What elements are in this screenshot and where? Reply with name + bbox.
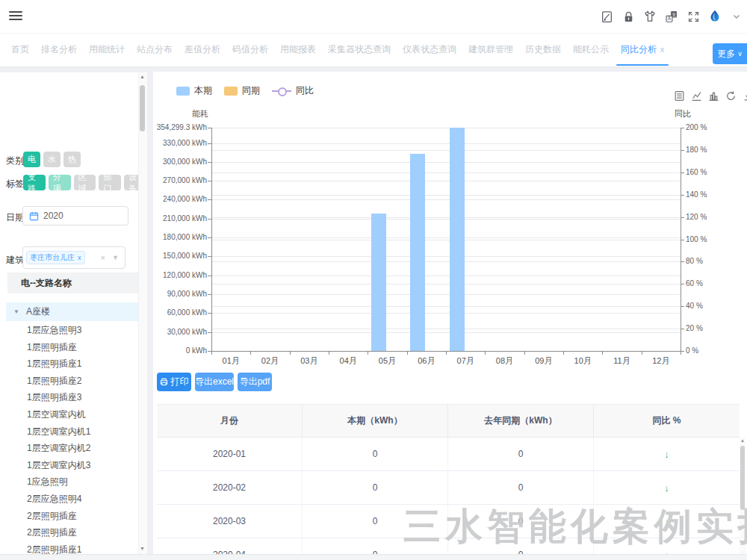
refresh-icon[interactable]	[725, 90, 737, 102]
table-scrollbar-thumb[interactable]	[740, 446, 745, 510]
tag-option-部门[interactable]: 部门	[99, 175, 121, 190]
y-axis-tick-label: 150,000 kWh	[152, 252, 207, 260]
tab-2[interactable]: 排名分析	[35, 34, 83, 66]
scroll-down-icon[interactable]: ▼	[139, 546, 146, 551]
tree-item[interactable]: 1层照明插座1	[6, 355, 139, 373]
tree-item[interactable]: 2层照明插座	[6, 508, 139, 525]
cell-month: 2020-02	[157, 471, 303, 504]
fullscreen-icon[interactable]	[686, 9, 701, 24]
sidebar-scrollbar-thumb[interactable]	[140, 85, 145, 131]
right-axis-tick-label: 0 %	[686, 346, 698, 355]
chevron-down-icon[interactable]	[729, 9, 744, 24]
tab-3[interactable]: 用能统计	[83, 34, 131, 66]
tree-item[interactable]: 1层空调室内机1	[6, 423, 139, 441]
legend-item-yoy[interactable]: 同比	[272, 84, 314, 97]
tab-12[interactable]: 能耗公示	[567, 34, 615, 66]
select-caret-icon[interactable]: ▼	[112, 254, 119, 261]
tab-bar: 首页排名分析用能统计站点分布差值分析码值分析用能报表采集器状态查询仪表状态查询建…	[0, 33, 747, 67]
legend-item-current[interactable]: 本期	[176, 84, 212, 97]
tickmark	[208, 199, 211, 200]
x-axis-tick-label: 12月	[642, 355, 681, 367]
tag-options: 支路分项区域部门设备	[23, 175, 146, 190]
legend-swatch-yoy-line	[272, 87, 291, 96]
tag-option-分项[interactable]: 分项	[49, 175, 71, 190]
tab-10[interactable]: 建筑群管理	[462, 34, 519, 66]
date-input[interactable]: 2020	[22, 206, 128, 225]
tree-item[interactable]: 2层照明插座	[6, 524, 139, 541]
tickmark	[681, 284, 684, 284]
bottom-scroll-strip[interactable]	[0, 554, 747, 560]
tab-8[interactable]: 采集器状态查询	[322, 34, 397, 66]
category-option-水[interactable]: 水	[43, 152, 61, 167]
tab-13[interactable]: 同比分析x	[615, 34, 670, 66]
tickmark	[602, 351, 603, 355]
tickmark	[681, 240, 684, 240]
y-axis-tick-label: 210,000 kWh	[152, 214, 207, 223]
tab-label: 仪表状态查询	[403, 43, 456, 56]
select-clear-icon[interactable]: ×	[101, 253, 105, 262]
tab-1[interactable]: 首页	[5, 34, 35, 66]
tree-item[interactable]: 1应急照明	[6, 473, 139, 491]
grid-line	[211, 181, 681, 181]
tab-label: 用能统计	[89, 43, 125, 56]
building-select[interactable]: 枣庄市台儿庄 x × ▼	[22, 246, 125, 269]
tree-node-building[interactable]: ▼ A座楼	[6, 302, 139, 321]
tree-item[interactable]: 1层照明插座2	[6, 373, 139, 390]
tag-option-支路[interactable]: 支路	[23, 175, 46, 190]
tree-item[interactable]: 1层照明插座3	[6, 389, 139, 406]
tickmark	[208, 237, 211, 238]
left-axis-title: 能耗	[185, 108, 215, 119]
cell-month: 2020-01	[157, 438, 303, 470]
data-view-icon[interactable]	[674, 90, 685, 102]
category-option-电[interactable]: 电	[23, 152, 40, 167]
tab-5[interactable]: 差值分析	[179, 34, 226, 66]
tree-item[interactable]: 1层应急照明3	[6, 322, 139, 339]
legend-item-peer[interactable]: 同期	[224, 84, 260, 97]
table-scroll-up-icon[interactable]: ▲	[740, 438, 746, 443]
tab-close-icon[interactable]: x	[660, 46, 664, 54]
tab-7[interactable]: 用能报表	[274, 34, 322, 66]
tree-item[interactable]: 1层空调室内机	[6, 406, 139, 423]
building-tag-close-icon[interactable]: x	[78, 254, 81, 261]
tab-4[interactable]: 站点分布	[131, 34, 179, 66]
tree-item[interactable]: 1层空调室内机2	[6, 440, 139, 457]
tab-label: 建筑群管理	[468, 43, 513, 56]
tree-collapse-icon[interactable]: ▼	[13, 308, 19, 315]
tab-label: 历史数据	[525, 43, 561, 56]
category-option-热[interactable]: 热	[63, 152, 81, 167]
theme-icon[interactable]	[642, 9, 657, 24]
tab-6[interactable]: 码值分析	[226, 34, 274, 66]
grid-line	[211, 284, 681, 284]
sidebar-scrollbar-track[interactable]	[138, 72, 147, 554]
export-pdf-button[interactable]: 导出pdf	[238, 373, 272, 391]
tree-item[interactable]: 2层照明插座1	[6, 541, 139, 554]
more-tabs-button[interactable]: 更多 ∨	[713, 43, 747, 64]
axis-line	[211, 128, 212, 351]
line-chart-icon[interactable]	[691, 90, 702, 102]
language-icon[interactable]: 文 A	[664, 9, 679, 24]
tab-label: 用能报表	[280, 43, 316, 56]
tag-option-区域[interactable]: 区域	[74, 175, 96, 190]
tree-item[interactable]: 1层空调室内机3	[6, 457, 139, 474]
branch-list-header: 电--支路名称	[7, 273, 139, 293]
lock-icon[interactable]	[621, 9, 636, 24]
hamburger-menu-icon[interactable]	[9, 11, 22, 22]
tree-children: 1层应急照明31层照明插座1层照明插座11层照明插座21层照明插座31层空调室内…	[6, 322, 139, 554]
tab-9[interactable]: 仪表状态查询	[397, 34, 462, 66]
tickmark	[681, 172, 684, 173]
tree-item[interactable]: 1层照明插座	[6, 339, 139, 356]
export-excel-button[interactable]: 导出excel	[195, 373, 234, 391]
print-button[interactable]: 打印	[157, 373, 191, 391]
tab-11[interactable]: 历史数据	[519, 34, 567, 66]
cell-trend: ↓	[594, 438, 740, 470]
x-axis-tick-label: 07月	[446, 355, 485, 367]
download-icon[interactable]	[743, 90, 747, 102]
scroll-up-icon[interactable]: ▲	[139, 74, 146, 79]
edit-log-icon[interactable]	[599, 9, 614, 24]
y-axis-tick-label: 90,000 kWh	[152, 290, 207, 298]
right-axis-title: 同比	[675, 108, 691, 119]
bar-chart-icon[interactable]	[708, 90, 719, 102]
tickmark	[368, 351, 368, 355]
tree-item[interactable]: 2层应急照明4	[6, 491, 139, 508]
tickmark	[407, 351, 408, 355]
